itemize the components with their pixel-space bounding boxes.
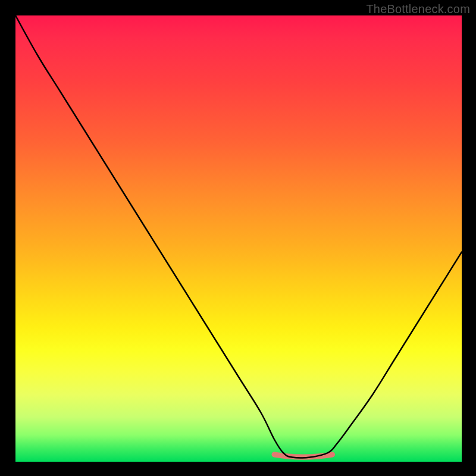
bottleneck-curve [15, 15, 462, 458]
plot-area [15, 15, 462, 462]
watermark-text: TheBottleneck.com [366, 2, 470, 16]
chart-svg [15, 15, 462, 462]
canvas: TheBottleneck.com [0, 0, 476, 476]
